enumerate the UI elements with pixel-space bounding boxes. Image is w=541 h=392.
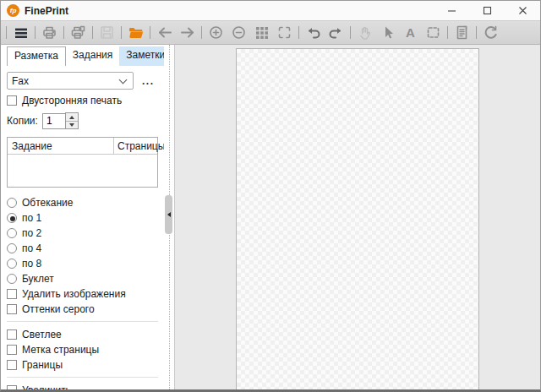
checkbox-label: Удалить изображения [22, 288, 126, 300]
checkbox-label: Метка страницы [22, 344, 99, 356]
tab-label: Заметки [126, 49, 164, 61]
sidebar-tab[interactable]: Задания [66, 46, 119, 66]
open-folder-icon [128, 24, 145, 41]
redo-button[interactable] [325, 22, 347, 43]
hand-pan-button[interactable] [353, 22, 376, 43]
marquee-selection-icon [425, 24, 441, 41]
print-job-icon [70, 24, 86, 41]
forward-button[interactable] [176, 22, 199, 43]
copies-label: Копии: [7, 115, 38, 127]
down-arrow-icon [69, 123, 74, 127]
up-arrow-icon [69, 116, 74, 119]
printer-row: Fax ... [7, 72, 158, 90]
back-arrow-icon [156, 24, 173, 41]
zoom-out-button[interactable] [227, 22, 250, 43]
toolbar-separator [63, 26, 64, 39]
print-button[interactable] [38, 22, 61, 43]
marquee-selection-button[interactable] [422, 22, 445, 43]
layout-radio-option[interactable]: по 8 [7, 256, 158, 270]
close-button[interactable] [505, 1, 540, 20]
undo-icon [305, 24, 321, 41]
option-checkbox[interactable]: Границы [7, 357, 158, 372]
jobs-column-pages: Страницы [114, 140, 157, 152]
print-icon [41, 24, 57, 41]
page-preview[interactable] [236, 48, 479, 389]
maximize-icon [483, 6, 492, 15]
checkbox-icon [7, 385, 17, 390]
sidebar-tab[interactable]: Заметки [119, 46, 164, 66]
zoom-in-button[interactable] [205, 22, 227, 43]
tab-label: Задания [73, 49, 112, 61]
select-cursor-button[interactable] [376, 22, 399, 43]
group-divider [7, 377, 158, 378]
radio-icon [7, 228, 17, 238]
main-area: Разметка Задания Заметки Fax ... Двустор… [1, 45, 540, 389]
undo-button[interactable] [302, 22, 325, 43]
layout-radio-option[interactable]: по 2 [7, 226, 158, 240]
settings-sidebar: Разметка Задания Заметки Fax ... Двустор… [1, 45, 164, 389]
printer-select[interactable]: Fax [7, 72, 134, 90]
group-divider [7, 321, 158, 322]
open-button[interactable] [124, 22, 147, 43]
radio-icon [7, 213, 17, 223]
layout-radio-option[interactable]: Буклет [7, 271, 158, 286]
menu-button[interactable] [9, 22, 32, 43]
print-job-button[interactable] [67, 22, 90, 43]
maximize-button[interactable] [469, 1, 505, 20]
binding-check-group: Увеличить Переплет документа Отступ для … [7, 383, 158, 389]
duplex-label: Двусторонняя печать [22, 95, 122, 106]
chevron-down-icon [119, 75, 128, 84]
option-checkbox[interactable]: Увеличить [7, 383, 158, 389]
radio-label: по 2 [22, 227, 41, 239]
forward-arrow-icon [179, 24, 196, 41]
checkbox-label: Увеличить [22, 384, 71, 390]
close-icon [518, 6, 527, 15]
radio-icon [7, 243, 17, 253]
layout-radio-option[interactable]: по 4 [7, 241, 158, 255]
checkbox-label: Границы [22, 359, 63, 371]
refresh-button[interactable] [479, 22, 502, 43]
spin-down-button[interactable] [66, 121, 78, 128]
grid-layout-icon [254, 25, 270, 41]
app-logo-icon: fp [7, 4, 19, 17]
checkbox-icon [7, 345, 17, 355]
layout-radio-option[interactable]: по 1 [7, 210, 158, 225]
toolbar-separator [121, 26, 122, 39]
fit-page-button[interactable] [273, 22, 296, 43]
radio-label: по 4 [22, 242, 41, 254]
save-button[interactable] [96, 22, 118, 43]
option-checkbox[interactable]: Метка страницы [7, 342, 158, 357]
appearance-check-group: Светлее Метка страницы Границы [7, 327, 158, 372]
copies-input[interactable] [42, 113, 65, 129]
image-check-group: Удалить изображения Оттенки серого [7, 286, 158, 316]
toolbar-separator [298, 26, 299, 39]
duplex-checkbox-row[interactable]: Двусторонняя печать [7, 95, 158, 106]
notes-page-button[interactable] [451, 22, 473, 43]
splitter-handle[interactable] [165, 195, 172, 234]
select-cursor-icon [380, 24, 396, 41]
sidebar-tab[interactable]: Разметка [7, 46, 66, 66]
back-button[interactable] [153, 22, 176, 43]
layout-radio-option[interactable]: Обтекание [7, 195, 158, 210]
option-checkbox[interactable]: Удалить изображения [7, 286, 158, 301]
option-checkbox[interactable]: Светлее [7, 327, 158, 341]
zoom-out-icon [231, 24, 247, 41]
option-checkbox[interactable]: Оттенки серого [7, 302, 158, 316]
jobs-list: Задание Страницы [7, 137, 158, 188]
radio-label: по 1 [22, 212, 41, 224]
grid-layout-button[interactable] [250, 22, 273, 43]
notes-page-icon [454, 24, 470, 41]
text-tool-icon: A [406, 26, 415, 39]
radio-icon [7, 259, 17, 269]
minimize-icon [447, 6, 456, 15]
sidebar-splitter [164, 45, 174, 389]
checkbox-label: Оттенки серого [22, 303, 95, 315]
toolbar-separator [476, 26, 477, 39]
minimize-button[interactable] [434, 1, 469, 20]
refresh-icon [483, 24, 499, 41]
collapse-left-icon [167, 212, 171, 217]
preview-canvas [174, 45, 540, 389]
printer-more-button[interactable]: ... [142, 75, 155, 87]
spin-up-button[interactable] [66, 113, 78, 121]
text-tool-button[interactable]: A [399, 22, 422, 43]
